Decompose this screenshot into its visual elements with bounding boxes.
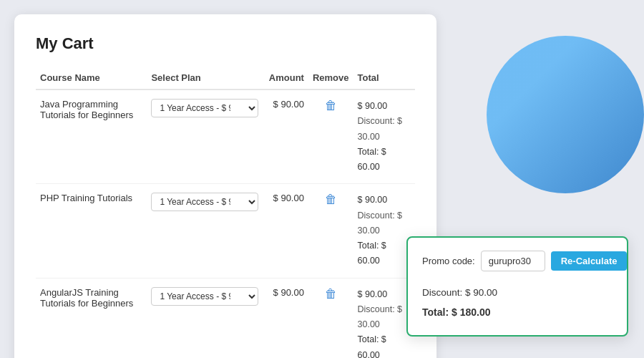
popup-recalculate-button[interactable]: Re-Calculate <box>551 251 628 271</box>
col-header-total: Total <box>353 67 415 90</box>
col-header-course: Course Name <box>36 67 147 90</box>
amount-value: $ 90.00 <box>263 184 308 278</box>
total-orig: $ 90.00 <box>358 193 411 208</box>
popup-promo-input[interactable] <box>481 251 545 271</box>
trash-icon[interactable]: 🗑 <box>325 193 337 206</box>
popup-totals: Discount: $ 90.00 Total: $ 180.00 <box>422 283 613 322</box>
popup-promo-row: Promo code: Re-Calculate <box>422 251 613 271</box>
table-row: PHP Training Tutorials1 Year Access - $ … <box>36 184 415 278</box>
trash-icon[interactable]: 🗑 <box>325 99 337 112</box>
plan-select[interactable]: 1 Year Access - $ 90.006 Month Access - … <box>151 287 258 306</box>
amount-value: $ 90.00 <box>263 90 308 184</box>
popup-total-line: Total: $ 180.00 <box>422 302 613 322</box>
remove-button[interactable]: 🗑 <box>308 184 353 278</box>
cart-card: My Cart Course Name Select Plan Amount R… <box>14 14 436 358</box>
remove-button[interactable]: 🗑 <box>308 278 353 358</box>
course-name: PHP Training Tutorials <box>36 184 147 278</box>
remove-button[interactable]: 🗑 <box>308 90 353 184</box>
total-final: Total: $ 60.00 <box>358 145 411 175</box>
table-row: Java Programming Tutorials for Beginners… <box>36 90 415 184</box>
popup-total-value: $ 180.00 <box>452 306 491 318</box>
total-orig: $ 90.00 <box>358 99 411 114</box>
total-final: Total: $ 60.00 <box>358 332 411 358</box>
plan-select-cell[interactable]: 1 Year Access - $ 90.006 Month Access - … <box>147 278 263 358</box>
total-cell: $ 90.00 Discount: $ 30.00 Total: $ 60.00 <box>353 90 415 184</box>
col-header-remove: Remove <box>308 67 353 90</box>
plan-select-cell[interactable]: 1 Year Access - $ 90.006 Month Access - … <box>147 184 263 278</box>
plan-select-cell[interactable]: 1 Year Access - $ 90.006 Month Access - … <box>147 90 263 184</box>
total-final: Total: $ 60.00 <box>358 238 411 269</box>
popup-card: Promo code: Re-Calculate Discount: $ 90.… <box>406 236 628 337</box>
total-discount: Discount: $ 30.00 <box>358 208 411 239</box>
col-header-plan: Select Plan <box>147 67 263 90</box>
page-title: My Cart <box>36 34 415 53</box>
course-name: Java Programming Tutorials for Beginners <box>36 90 147 184</box>
amount-value: $ 90.00 <box>263 278 308 358</box>
decoration-circle <box>487 36 644 193</box>
table-row: AngularJS Training Tutorials for Beginne… <box>36 278 415 358</box>
trash-icon[interactable]: 🗑 <box>325 287 337 301</box>
popup-discount-value: $ 90.00 <box>465 287 497 298</box>
col-header-amount: Amount <box>263 67 308 90</box>
total-discount: Discount: $ 30.00 <box>358 114 411 145</box>
popup-total-label: Total: <box>422 306 449 318</box>
plan-select[interactable]: 1 Year Access - $ 90.006 Month Access - … <box>151 193 258 211</box>
cart-table: Course Name Select Plan Amount Remove To… <box>36 67 415 358</box>
course-name: AngularJS Training Tutorials for Beginne… <box>36 278 147 358</box>
popup-promo-label: Promo code: <box>422 256 475 266</box>
plan-select[interactable]: 1 Year Access - $ 90.006 Month Access - … <box>151 99 258 117</box>
total-discount: Discount: $ 30.00 <box>358 302 411 333</box>
total-orig: $ 90.00 <box>358 287 411 302</box>
popup-discount-label: Discount: <box>422 287 462 298</box>
popup-discount-line: Discount: $ 90.00 <box>422 283 613 302</box>
